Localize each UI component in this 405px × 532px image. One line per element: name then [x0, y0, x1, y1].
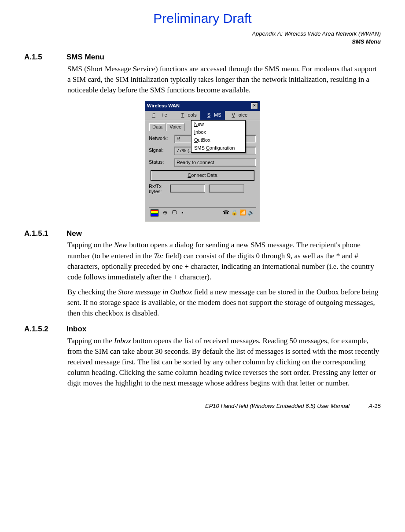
globe-icon[interactable]: ⊕: [163, 209, 167, 216]
header-appendix: Appendix A: Wireless Wide Area Network (…: [24, 30, 381, 38]
paragraph: Tapping on the Inbox button opens the li…: [67, 336, 381, 389]
app-icon[interactable]: ▪: [181, 209, 183, 216]
menu-voice[interactable]: Voice: [225, 111, 251, 120]
close-icon[interactable]: ×: [251, 103, 258, 109]
tab-voice[interactable]: Voice: [166, 123, 185, 131]
phone-icon[interactable]: ☎: [223, 209, 229, 216]
section-number: A.1.5: [24, 52, 66, 63]
start-flag-icon[interactable]: [151, 209, 158, 216]
connect-data-button[interactable]: Connect Data: [151, 170, 254, 181]
menu-item-new[interactable]: New: [191, 121, 245, 128]
section-title: New: [66, 228, 82, 239]
field-tx: [209, 184, 244, 193]
desktop-icon[interactable]: 🖵: [172, 209, 177, 216]
header-section: SMS Menu: [24, 38, 381, 46]
wireless-wan-window: Wireless WAN × File Tools SMS Voice Data…: [145, 101, 260, 222]
signal-icon[interactable]: 📶: [239, 209, 246, 216]
paragraph: Tapping on the New button opens a dialog…: [67, 240, 381, 283]
field-status: Ready to connect: [174, 158, 256, 167]
menu-tools[interactable]: Tools: [174, 111, 200, 120]
sound-icon[interactable]: 🔊: [248, 209, 254, 216]
footer-page-number: A-15: [369, 403, 381, 409]
menu-item-outbox[interactable]: OutBox: [191, 136, 245, 144]
window-title: Wireless WAN: [147, 103, 180, 110]
page-header: Appendix A: Wireless Wide Area Network (…: [24, 30, 381, 46]
section-title: Inbox: [66, 324, 86, 335]
lock-icon[interactable]: 🔒: [231, 209, 238, 216]
label-rxtx: Rx/Tx bytes:: [149, 183, 170, 194]
label-status: Status:: [149, 159, 174, 166]
footer-manual-title: EP10 Hand-Held (Windows Embedded 6.5) Us…: [205, 403, 350, 409]
label-signal: Signal:: [149, 147, 174, 154]
paragraph: By checking the Store message in Outbox …: [67, 287, 381, 319]
menu-file[interactable]: File: [145, 111, 174, 120]
menubar[interactable]: File Tools SMS Voice: [145, 111, 260, 120]
menu-item-sms-config[interactable]: SMS Configuration: [191, 144, 245, 152]
section-title: SMS Menu: [66, 52, 104, 63]
label-network: Network:: [149, 135, 174, 142]
paragraph: SMS (Short Message Service) functions ar…: [67, 64, 381, 95]
menu-sms[interactable]: SMS: [200, 111, 225, 120]
preliminary-draft-heading: Preliminary Draft: [24, 9, 381, 28]
tab-data[interactable]: Data: [149, 123, 166, 131]
section-number: A.1.5.2: [24, 324, 66, 335]
window-titlebar[interactable]: Wireless WAN ×: [145, 101, 260, 111]
section-number: A.1.5.1: [24, 228, 66, 239]
page-footer: EP10 Hand-Held (Windows Embedded 6.5) Us…: [24, 402, 381, 411]
menu-item-inbox[interactable]: Inbox: [191, 128, 245, 136]
sms-dropdown[interactable]: New Inbox OutBox SMS Configuration: [191, 120, 246, 153]
field-rx: [170, 184, 205, 193]
taskbar[interactable]: ⊕ 🖵 ▪ ☎ 🔒 📶 🔊: [149, 207, 256, 218]
